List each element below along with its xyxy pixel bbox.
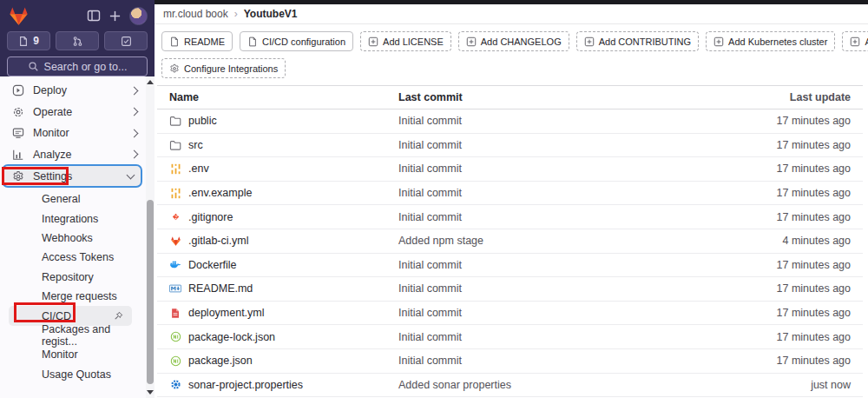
file-name[interactable]: Dockerfile [188,259,237,271]
last-update: 17 minutes ago [715,139,863,151]
file-name[interactable]: sonar-project.properties [188,379,303,391]
gitlab-project-page: 9 Search or go to... [0,0,868,398]
table-header-row: Name Last commit Last update [157,86,863,109]
sidebar-item-deploy[interactable]: Deploy [0,80,146,102]
last-update: 17 minutes ago [715,331,863,343]
commit-message[interactable]: Initial commit [398,139,715,151]
add-contributing-button[interactable]: Add CONTRIBUTING [576,31,699,51]
commit-message[interactable]: Initial commit [398,187,715,199]
sidebar-item-access-tokens[interactable]: Access Tokens [0,248,146,267]
table-row[interactable]: deployment.yml Initial commit 17 minutes… [157,302,863,326]
table-row[interactable]: .env Initial commit 17 minutes ago [157,157,863,182]
submenu-label: Monitor [42,348,78,361]
plus-icon[interactable] [108,10,122,23]
submenu-label: Access Tokens [42,251,114,263]
commit-message[interactable]: Initial commit [398,211,715,223]
scroll-down-arrow-icon[interactable] [147,390,154,395]
commit-message[interactable]: Added sonar properties [398,379,715,391]
file-name[interactable]: package-lock.json [188,331,275,343]
file-name[interactable]: .gitlab-ci.yml [188,235,248,247]
file-name[interactable]: deployment.yml [188,307,265,319]
button-label: Add CHANGELOG [481,36,562,47]
commit-message[interactable]: Initial commit [398,307,715,319]
npm-package-icon [169,331,181,342]
file-name[interactable]: .gitignore [188,211,233,223]
pin-icon[interactable] [113,311,123,322]
file-name[interactable]: .env [188,163,209,175]
add-changelog-button[interactable]: Add CHANGELOG [458,31,569,51]
operate-icon [12,106,24,118]
sidebar-item-settings[interactable]: Settings [3,166,141,186]
submenu-label: Repository [42,271,94,283]
add-wiki-button[interactable]: Add Wiki [842,31,868,51]
commit-message[interactable]: Initial commit [398,163,715,175]
column-header-last-update[interactable]: Last update [715,91,863,103]
table-row[interactable]: package.json Initial commit 17 minutes a… [157,349,863,374]
breadcrumb-separator: › [234,8,238,20]
button-label: CI/CD configuration [262,36,345,47]
todos-button[interactable] [104,31,148,50]
table-row[interactable]: public Initial commit 17 minutes ago [157,109,863,134]
table-row[interactable]: src Initial commit 17 minutes ago [157,134,863,158]
file-name[interactable]: .env.example [188,187,252,199]
configure-integrations-button[interactable]: Configure Integrations [161,58,286,78]
gitlab-logo-icon[interactable] [7,5,30,27]
yaml-file-icon [169,308,181,319]
commit-message[interactable]: Initial commit [398,355,715,367]
sidebar-item-packages[interactable]: Packages and regist... [0,326,146,345]
sidebar-item-integrations[interactable]: Integrations [0,209,146,228]
add-license-button[interactable]: Add LICENSE [360,31,451,51]
commit-message[interactable]: Initial commit [398,331,715,343]
file-name[interactable]: public [188,115,217,127]
sidebar-item-webhooks[interactable]: Webhooks [0,229,146,248]
commit-message[interactable]: Initial commit [398,282,715,295]
file-name[interactable]: README.md [188,282,253,295]
add-kubernetes-cluster-button[interactable]: Add Kubernetes cluster [706,31,835,51]
column-header-name[interactable]: Name [157,91,398,103]
scroll-up-arrow-icon[interactable] [147,80,154,84]
env-file-icon [169,163,181,175]
table-row[interactable]: .gitlab-ci.yml Added npm stage 4 minutes… [157,229,863,254]
breadcrumb: mr.cloud book › YoutubeV1 [155,4,868,24]
merge-requests-button[interactable] [56,31,99,50]
commit-message[interactable]: Added npm stage [398,235,715,247]
sidebar-item-general[interactable]: General [0,189,146,209]
table-row[interactable]: sonar-project.properties Added sonar pro… [157,374,863,398]
issues-button[interactable]: 9 [7,31,50,50]
project-action-buttons: README CI/CD configuration Add LICENSE A… [155,24,868,78]
sidebar-item-operate[interactable]: Operate [0,102,146,123]
file-name[interactable]: src [188,139,203,151]
user-avatar[interactable] [129,7,148,25]
commit-message[interactable]: Initial commit [398,259,715,271]
breadcrumb-project[interactable]: YoutubeV1 [244,8,298,20]
column-header-last-commit[interactable]: Last commit [398,91,715,103]
table-row[interactable]: .env.example Initial commit 17 minutes a… [157,182,863,206]
sidebar-item-monitor-settings[interactable]: Monitor [0,345,146,364]
table-row[interactable]: .gitignore Initial commit 17 minutes ago [157,205,863,229]
breadcrumb-group[interactable]: mr.cloud book [163,8,228,20]
readme-button[interactable]: README [161,31,233,51]
last-update: 17 minutes ago [715,115,863,127]
search-input[interactable]: Search or go to... [7,56,148,76]
sidebar-item-usage-quotas[interactable]: Usage Quotas [0,365,146,384]
scrollbar-thumb[interactable] [147,200,154,384]
chevron-right-icon [130,108,139,116]
sidebar-toggle-icon[interactable] [87,9,101,23]
table-row[interactable]: Dockerfile Initial commit 17 minutes ago [157,254,863,278]
file-name[interactable]: package.json [188,355,253,367]
sidebar-item-merge-requests[interactable]: Merge requests [0,287,146,306]
sidebar-item-analyze[interactable]: Analyze [0,144,146,166]
table-row[interactable]: README.md Initial commit 17 minutes ago [157,277,863,302]
submenu-label: Usage Quotas [42,368,111,381]
sidebar-scrollbar[interactable] [146,76,155,398]
table-row[interactable]: package-lock.json Initial commit 17 minu… [157,325,863,349]
env-file-icon [169,188,181,199]
last-update: 17 minutes ago [715,355,863,367]
chevron-down-icon [127,170,135,179]
cicd-configuration-button[interactable]: CI/CD configuration [240,31,353,51]
sidebar-item-repository[interactable]: Repository [0,268,146,287]
sidebar-item-monitor[interactable]: Monitor [0,123,146,144]
sonar-gear-icon [169,379,181,390]
commit-message[interactable]: Initial commit [398,115,715,127]
last-update: 17 minutes ago [715,282,863,295]
